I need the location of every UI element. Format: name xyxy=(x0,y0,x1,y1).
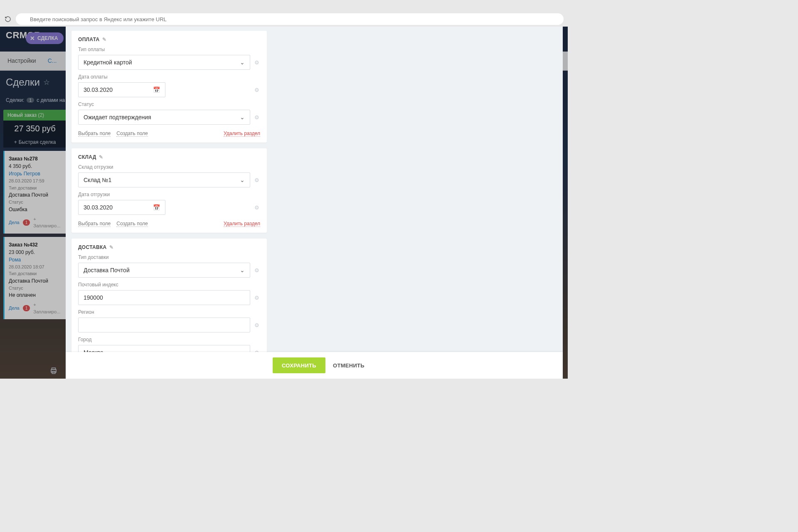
chevron-down-icon: ⌄ xyxy=(240,114,245,121)
gear-icon[interactable]: ⚙ xyxy=(254,267,260,273)
chevron-down-icon: ⌄ xyxy=(240,59,245,66)
field-label: Дата отгрузки xyxy=(78,192,260,197)
section-delivery: ДОСТАВКА ✎ Тип доставки Доставка Почтой … xyxy=(71,239,267,352)
zip-input[interactable]: 190000 xyxy=(78,290,250,305)
create-field-link[interactable]: Создать поле xyxy=(116,221,148,227)
field-label: Тип оплаты xyxy=(78,47,260,52)
city-input[interactable]: Москва xyxy=(78,345,250,352)
select-field-link[interactable]: Выбрать поле xyxy=(78,221,111,227)
reload-icon[interactable] xyxy=(4,15,12,23)
field-label: Город xyxy=(78,337,260,342)
region-input[interactable] xyxy=(78,318,250,332)
edit-icon[interactable]: ✎ xyxy=(102,37,106,42)
calendar-icon[interactable]: 📅 xyxy=(153,86,160,93)
delete-section-link[interactable]: Удалить раздел xyxy=(224,221,260,227)
calendar-icon[interactable]: 📅 xyxy=(153,204,160,211)
gear-icon[interactable]: ⚙ xyxy=(254,204,260,211)
field-label: Дата оплаты xyxy=(78,74,260,80)
field-label: Статус xyxy=(78,101,260,107)
edit-icon[interactable]: ✎ xyxy=(109,244,113,250)
create-field-link[interactable]: Создать поле xyxy=(116,131,148,137)
payment-status-select[interactable]: Ожидает подтверждения ⌄ xyxy=(78,110,250,125)
section-warehouse: СКЛАД ✎ Склад отгрузки Склад №1 ⌄ ⚙ Дата… xyxy=(71,148,267,233)
panel-footer: СОХРАНИТЬ ОТМЕНИТЬ xyxy=(66,352,563,379)
save-button[interactable]: СОХРАНИТЬ xyxy=(273,357,325,373)
section-title: СКЛАД xyxy=(78,154,96,160)
field-label: Склад отгрузки xyxy=(78,164,260,170)
chevron-down-icon: ⌄ xyxy=(240,177,245,183)
select-field-link[interactable]: Выбрать поле xyxy=(78,131,111,137)
cancel-button[interactable]: ОТМЕНИТЬ xyxy=(333,362,365,369)
field-label: Регион xyxy=(78,309,260,315)
gear-icon[interactable]: ⚙ xyxy=(254,87,260,93)
section-payment: ОПЛАТА ✎ Тип оплаты Кредитной картой ⌄ ⚙… xyxy=(71,31,267,143)
edit-icon[interactable]: ✎ xyxy=(99,154,103,160)
gear-icon[interactable]: ⚙ xyxy=(254,322,260,328)
gear-icon[interactable]: ⚙ xyxy=(254,59,260,66)
section-title: ОПЛАТА xyxy=(78,37,100,42)
deal-edit-panel: ОПЛАТА ✎ Тип оплаты Кредитной картой ⌄ ⚙… xyxy=(66,27,563,379)
gear-icon[interactable]: ⚙ xyxy=(254,295,260,301)
payment-date-input[interactable]: 30.03.2020 📅 xyxy=(78,82,165,97)
delivery-type-select[interactable]: Доставка Почтой ⌄ xyxy=(78,263,250,278)
payment-type-select[interactable]: Кредитной картой ⌄ xyxy=(78,55,250,70)
delete-section-link[interactable]: Удалить раздел xyxy=(224,131,260,137)
browser-toolbar: Я xyxy=(0,12,568,27)
gear-icon[interactable]: ⚙ xyxy=(254,114,260,121)
warehouse-select[interactable]: Склад №1 ⌄ xyxy=(78,172,250,187)
gear-icon[interactable]: ⚙ xyxy=(254,177,260,183)
field-label: Почтовый индекс xyxy=(78,282,260,288)
url-input[interactable] xyxy=(16,13,564,25)
chevron-down-icon: ⌄ xyxy=(240,267,245,273)
shipment-date-input[interactable]: 30.03.2020 📅 xyxy=(78,200,165,215)
field-label: Тип доставки xyxy=(78,254,260,260)
section-title: ДОСТАВКА xyxy=(78,244,107,250)
